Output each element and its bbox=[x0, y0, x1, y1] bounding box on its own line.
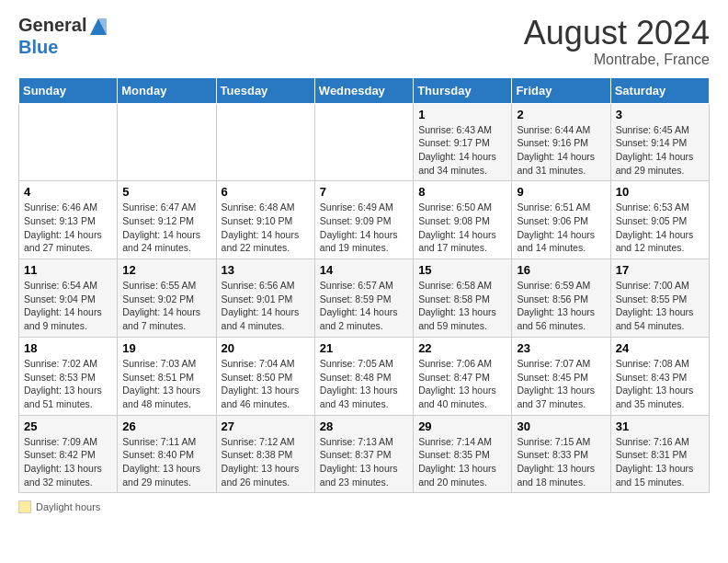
legend-label-daylight: Daylight hours bbox=[36, 501, 100, 512]
day-info: Sunrise: 6:59 AMSunset: 8:56 PMDaylight:… bbox=[517, 279, 605, 333]
day-info: Sunrise: 7:13 AMSunset: 8:37 PMDaylight:… bbox=[320, 435, 408, 489]
day-number: 10 bbox=[616, 185, 704, 199]
header-saturday: Saturday bbox=[610, 77, 709, 103]
legend: Daylight hours bbox=[18, 500, 710, 513]
calendar-cell-2-5: 8Sunrise: 6:50 AMSunset: 9:08 PMDaylight… bbox=[414, 181, 512, 259]
calendar-cell-3-2: 12Sunrise: 6:55 AMSunset: 9:02 PMDayligh… bbox=[118, 259, 216, 338]
page-title: August 2024 bbox=[524, 15, 710, 52]
day-number: 27 bbox=[222, 419, 310, 433]
calendar-cell-2-1: 4Sunrise: 6:46 AMSunset: 9:13 PMDaylight… bbox=[19, 181, 118, 259]
calendar-cell-3-4: 14Sunrise: 6:57 AMSunset: 8:59 PMDayligh… bbox=[314, 259, 413, 338]
day-number: 30 bbox=[517, 419, 605, 433]
day-info: Sunrise: 6:45 AMSunset: 9:14 PMDaylight:… bbox=[616, 123, 704, 178]
calendar-cell-4-1: 18Sunrise: 7:02 AMSunset: 8:53 PMDayligh… bbox=[19, 337, 118, 415]
calendar-week-3: 11Sunrise: 6:54 AMSunset: 9:04 PMDayligh… bbox=[19, 259, 710, 338]
calendar-cell-1-6: 2Sunrise: 6:44 AMSunset: 9:16 PMDaylight… bbox=[512, 103, 610, 181]
calendar-cell-4-3: 20Sunrise: 7:04 AMSunset: 8:50 PMDayligh… bbox=[216, 337, 314, 415]
day-number: 15 bbox=[418, 263, 506, 277]
day-info: Sunrise: 7:14 AMSunset: 8:35 PMDaylight:… bbox=[418, 435, 506, 489]
day-number: 11 bbox=[24, 263, 112, 277]
day-number: 14 bbox=[320, 263, 408, 277]
day-number: 18 bbox=[24, 341, 112, 355]
page-subtitle: Montrabe, France bbox=[524, 52, 710, 68]
calendar-cell-2-3: 6Sunrise: 6:48 AMSunset: 9:10 PMDaylight… bbox=[216, 181, 314, 259]
calendar-cell-4-2: 19Sunrise: 7:03 AMSunset: 8:51 PMDayligh… bbox=[118, 337, 216, 415]
day-number: 29 bbox=[418, 419, 506, 433]
calendar-cell-3-7: 17Sunrise: 7:00 AMSunset: 8:55 PMDayligh… bbox=[610, 259, 709, 338]
calendar-cell-5-1: 25Sunrise: 7:09 AMSunset: 8:42 PMDayligh… bbox=[19, 415, 118, 493]
header-monday: Monday bbox=[118, 77, 216, 103]
calendar-cell-5-5: 29Sunrise: 7:14 AMSunset: 8:35 PMDayligh… bbox=[414, 415, 512, 493]
day-info: Sunrise: 7:12 AMSunset: 8:38 PMDaylight:… bbox=[222, 435, 310, 489]
logo-text: General bbox=[18, 15, 108, 37]
day-info: Sunrise: 7:03 AMSunset: 8:51 PMDaylight:… bbox=[122, 357, 210, 411]
calendar-cell-1-2 bbox=[118, 103, 216, 181]
day-info: Sunrise: 6:55 AMSunset: 9:02 PMDaylight:… bbox=[122, 279, 210, 333]
day-info: Sunrise: 7:07 AMSunset: 8:45 PMDaylight:… bbox=[517, 357, 605, 411]
day-info: Sunrise: 7:11 AMSunset: 8:40 PMDaylight:… bbox=[122, 435, 210, 489]
calendar-cell-2-4: 7Sunrise: 6:49 AMSunset: 9:09 PMDaylight… bbox=[314, 181, 413, 259]
calendar-cell-5-7: 31Sunrise: 7:16 AMSunset: 8:31 PMDayligh… bbox=[610, 415, 709, 493]
calendar-cell-3-6: 16Sunrise: 6:59 AMSunset: 8:56 PMDayligh… bbox=[512, 259, 610, 338]
header-thursday: Thursday bbox=[414, 77, 512, 103]
day-number: 16 bbox=[517, 263, 605, 277]
calendar-week-2: 4Sunrise: 6:46 AMSunset: 9:13 PMDaylight… bbox=[19, 181, 710, 259]
day-info: Sunrise: 7:02 AMSunset: 8:53 PMDaylight:… bbox=[24, 357, 112, 411]
day-number: 5 bbox=[122, 185, 210, 199]
day-number: 8 bbox=[418, 185, 506, 199]
day-info: Sunrise: 7:09 AMSunset: 8:42 PMDaylight:… bbox=[24, 435, 112, 489]
header-sunday: Sunday bbox=[19, 77, 118, 103]
day-number: 6 bbox=[222, 185, 310, 199]
calendar-cell-5-6: 30Sunrise: 7:15 AMSunset: 8:33 PMDayligh… bbox=[512, 415, 610, 493]
calendar-cell-2-2: 5Sunrise: 6:47 AMSunset: 9:12 PMDaylight… bbox=[118, 181, 216, 259]
logo-icon bbox=[88, 17, 108, 37]
day-number: 3 bbox=[616, 108, 704, 121]
day-number: 1 bbox=[418, 108, 506, 121]
day-number: 23 bbox=[517, 341, 605, 355]
calendar-cell-1-7: 3Sunrise: 6:45 AMSunset: 9:14 PMDaylight… bbox=[610, 103, 709, 181]
day-info: Sunrise: 6:43 AMSunset: 9:17 PMDaylight:… bbox=[418, 123, 506, 178]
calendar-cell-3-1: 11Sunrise: 6:54 AMSunset: 9:04 PMDayligh… bbox=[19, 259, 118, 338]
calendar-cell-4-6: 23Sunrise: 7:07 AMSunset: 8:45 PMDayligh… bbox=[512, 337, 610, 415]
calendar-cell-2-7: 10Sunrise: 6:53 AMSunset: 9:05 PMDayligh… bbox=[610, 181, 709, 259]
day-info: Sunrise: 6:50 AMSunset: 9:08 PMDaylight:… bbox=[418, 201, 506, 255]
calendar-cell-2-6: 9Sunrise: 6:51 AMSunset: 9:06 PMDaylight… bbox=[512, 181, 610, 259]
day-number: 7 bbox=[320, 185, 408, 199]
calendar-cell-1-4 bbox=[314, 103, 413, 181]
header-friday: Friday bbox=[512, 77, 610, 103]
day-info: Sunrise: 6:57 AMSunset: 8:59 PMDaylight:… bbox=[320, 279, 408, 333]
day-number: 21 bbox=[320, 341, 408, 355]
day-number: 9 bbox=[517, 185, 605, 199]
calendar-cell-4-5: 22Sunrise: 7:06 AMSunset: 8:47 PMDayligh… bbox=[414, 337, 512, 415]
day-info: Sunrise: 7:05 AMSunset: 8:48 PMDaylight:… bbox=[320, 357, 408, 411]
day-info: Sunrise: 6:46 AMSunset: 9:13 PMDaylight:… bbox=[24, 201, 112, 255]
day-number: 31 bbox=[616, 419, 704, 433]
day-number: 12 bbox=[122, 263, 210, 277]
calendar-cell-1-1 bbox=[19, 103, 118, 181]
day-info: Sunrise: 7:16 AMSunset: 8:31 PMDaylight:… bbox=[616, 435, 704, 489]
logo-blue: Blue bbox=[18, 37, 108, 57]
legend-box-daylight bbox=[18, 500, 31, 513]
calendar-cell-5-2: 26Sunrise: 7:11 AMSunset: 8:40 PMDayligh… bbox=[118, 415, 216, 493]
day-number: 19 bbox=[122, 341, 210, 355]
day-info: Sunrise: 7:04 AMSunset: 8:50 PMDaylight:… bbox=[222, 357, 310, 411]
page-header: General Blue August 2024 Montrabe, Franc… bbox=[18, 15, 710, 68]
calendar-cell-1-3 bbox=[216, 103, 314, 181]
calendar-cell-5-4: 28Sunrise: 7:13 AMSunset: 8:37 PMDayligh… bbox=[314, 415, 413, 493]
day-info: Sunrise: 6:53 AMSunset: 9:05 PMDaylight:… bbox=[616, 201, 704, 255]
day-info: Sunrise: 6:49 AMSunset: 9:09 PMDaylight:… bbox=[320, 201, 408, 255]
day-number: 25 bbox=[24, 419, 112, 433]
day-info: Sunrise: 6:44 AMSunset: 9:16 PMDaylight:… bbox=[517, 123, 605, 178]
legend-item-daylight: Daylight hours bbox=[18, 500, 100, 513]
day-info: Sunrise: 6:47 AMSunset: 9:12 PMDaylight:… bbox=[122, 201, 210, 255]
day-info: Sunrise: 7:06 AMSunset: 8:47 PMDaylight:… bbox=[418, 357, 506, 411]
calendar-cell-4-7: 24Sunrise: 7:08 AMSunset: 8:43 PMDayligh… bbox=[610, 337, 709, 415]
calendar-cell-3-5: 15Sunrise: 6:58 AMSunset: 8:58 PMDayligh… bbox=[414, 259, 512, 338]
calendar-header-row: SundayMondayTuesdayWednesdayThursdayFrid… bbox=[19, 77, 710, 103]
day-number: 22 bbox=[418, 341, 506, 355]
day-info: Sunrise: 6:48 AMSunset: 9:10 PMDaylight:… bbox=[222, 201, 310, 255]
day-number: 2 bbox=[517, 108, 605, 121]
day-number: 20 bbox=[222, 341, 310, 355]
day-info: Sunrise: 6:51 AMSunset: 9:06 PMDaylight:… bbox=[517, 201, 605, 255]
day-number: 28 bbox=[320, 419, 408, 433]
